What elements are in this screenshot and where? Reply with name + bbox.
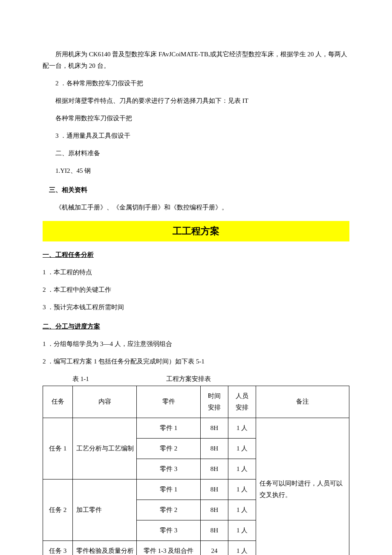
cell-time: 8H xyxy=(201,418,228,438)
th-time: 时间 安排 xyxy=(201,386,228,418)
material-item-1: 1.YI2、45 钢 xyxy=(43,165,349,177)
cell-person: 1 人 xyxy=(228,540,256,555)
cell-time: 8H xyxy=(201,520,228,540)
table-caption-title: 工程方案安排表 xyxy=(166,373,349,385)
th-note: 备注 xyxy=(256,386,349,418)
cell-time: 8H xyxy=(201,479,228,500)
analysis-item-1: 1 ．本工程的特点 xyxy=(43,267,349,278)
table-row: 任务 1 工艺分析与工艺编制 零件 1 8H 1 人 任务可以同时进行，人员可以… xyxy=(43,418,349,438)
resources-paragraph: 《机械加工手册》、《金属切削手册》和《数控编程手册》。 xyxy=(43,202,349,213)
division-item-2: 2 ．编写工程方案 1 包括任务分配及完成时间）如下表 5-1 xyxy=(43,356,349,367)
th-time-l2: 安排 xyxy=(203,402,225,413)
heading-material: 二、原材料准备 xyxy=(43,148,349,159)
intro-item-2: 2 ．各种常用数控车刀假设干把 xyxy=(43,78,349,89)
intro-item-3: 3 ．通用量具及工具假设干 xyxy=(43,130,349,142)
th-person: 人员 安排 xyxy=(228,386,256,418)
th-person-l1: 人员 xyxy=(231,390,253,402)
cell-task3: 任务 3 xyxy=(43,540,73,555)
th-person-l2: 安排 xyxy=(231,402,253,413)
th-part: 零件 xyxy=(137,386,201,418)
heading-resources: 三、相关资料 xyxy=(43,184,349,196)
th-time-l1: 时间 xyxy=(203,390,225,402)
cell-person: 1 人 xyxy=(228,418,256,438)
cell-task1: 任务 1 xyxy=(43,418,73,479)
cell-task2-content: 加工零件 xyxy=(73,479,137,540)
cell-person: 1 人 xyxy=(228,520,256,540)
cell-part: 零件 3 xyxy=(137,459,201,479)
th-task: 任务 xyxy=(43,386,73,418)
cell-part: 零件 3 xyxy=(137,520,201,540)
cell-time: 8H xyxy=(201,438,228,459)
table-caption: 表 1-1 工程方案安排表 xyxy=(43,373,349,385)
plan-table: 任务 内容 零件 时间 安排 人员 安排 备注 任务 1 工艺分析与工艺编制 零… xyxy=(43,386,349,555)
table-caption-number: 表 1-1 xyxy=(43,373,166,385)
th-content: 内容 xyxy=(73,386,137,418)
cell-time: 8H xyxy=(201,500,228,520)
cell-part: 零件 2 xyxy=(137,438,201,459)
cell-person: 1 人 xyxy=(228,500,256,520)
cell-person: 1 人 xyxy=(228,479,256,500)
cell-time: 24 xyxy=(201,540,228,555)
cell-time: 8H xyxy=(201,459,228,479)
intro-paragraph-3: 根据对薄壁零件特点、刀具的要求进行了分析选择刀具如下：见表 IT xyxy=(43,95,349,107)
analysis-item-2: 2 ．本工程中的关键工作 xyxy=(43,284,349,296)
cell-part: 零件 1-3 及组合件 xyxy=(137,540,201,555)
section-banner: 工工程方案 xyxy=(43,221,349,241)
cell-person: 1 人 xyxy=(228,438,256,459)
cell-task3-content: 零件检验及质量分析 xyxy=(73,540,137,555)
intro-paragraph-1: 所用机床为 CK6140 普及型数控车床 FAvJCoiMATE-TB,或其它经… xyxy=(43,49,349,72)
cell-part: 零件 1 xyxy=(137,479,201,500)
cell-part: 零件 2 xyxy=(137,500,201,520)
heading-division-plan: 二、分工与进度方案 xyxy=(43,321,349,332)
cell-task1-content: 工艺分析与工艺编制 xyxy=(73,418,137,479)
cell-person: 1 人 xyxy=(228,459,256,479)
plan-table-wrap: 表 1-1 工程方案安排表 任务 内容 零件 时间 安排 人员 安排 备注 任务… xyxy=(43,373,349,555)
analysis-item-3: 3 ．预计完本钱工程所需时间 xyxy=(43,302,349,313)
cell-task2: 任务 2 xyxy=(43,479,73,540)
intro-paragraph-4: 各种常用数控车刀假设干把 xyxy=(43,113,349,124)
heading-task-analysis: 一、工程任务分析 xyxy=(43,249,349,261)
cell-note-merged: 任务可以同时进行，人员可以交叉执行。 xyxy=(256,418,349,555)
division-item-1: 1 ．分组每组学员为 3—4 人，应注意强弱组合 xyxy=(43,338,349,350)
cell-part: 零件 1 xyxy=(137,418,201,438)
table-header-row: 任务 内容 零件 时间 安排 人员 安排 备注 xyxy=(43,386,349,418)
